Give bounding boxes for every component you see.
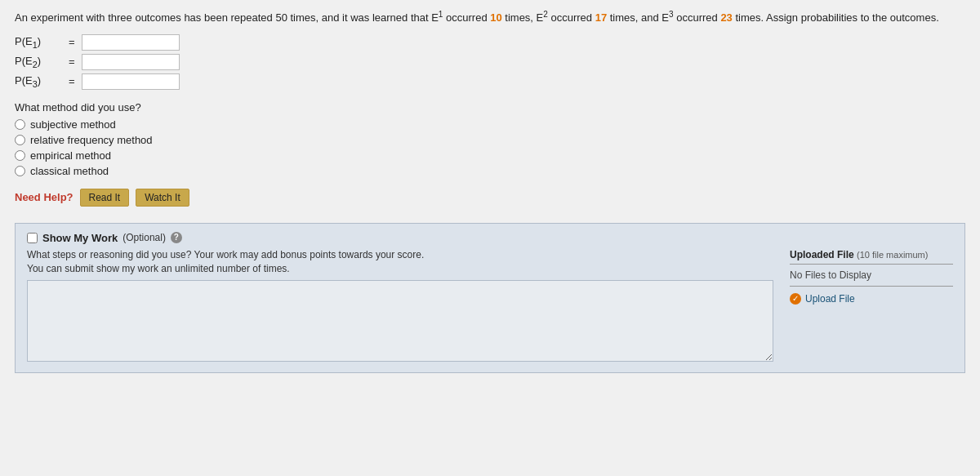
watch-it-button[interactable]: Watch It bbox=[136, 189, 189, 207]
probability-inputs: P(E1) = P(E2) = P(E3) = bbox=[15, 34, 965, 90]
question-part3: times, E bbox=[502, 11, 544, 24]
question-part1: An experiment with three outcomes has be… bbox=[15, 11, 439, 24]
show-work-checkbox[interactable] bbox=[27, 233, 38, 243]
page-wrapper: An experiment with three outcomes has be… bbox=[0, 0, 980, 476]
radio-empirical[interactable] bbox=[15, 150, 25, 161]
label-empirical[interactable]: empirical method bbox=[30, 149, 111, 162]
label-subjective[interactable]: subjective method bbox=[30, 118, 116, 131]
radio-option-relative-frequency[interactable]: relative frequency method bbox=[15, 134, 965, 146]
method-question: What method did you use? bbox=[15, 101, 965, 113]
radio-option-classical[interactable]: classical method bbox=[15, 165, 965, 177]
help-section: Need Help? Read It Watch It bbox=[15, 189, 965, 207]
file-max-label: (10 file maximum) bbox=[857, 250, 928, 260]
label-relative-frequency[interactable]: relative frequency method bbox=[30, 134, 153, 146]
question-part7: times. Assign probabilities to the outco… bbox=[733, 11, 939, 24]
show-work-section: Show My Work (Optional) ? What steps or … bbox=[15, 223, 965, 373]
show-work-title: Show My Work bbox=[42, 232, 118, 244]
question-part6: occurred bbox=[674, 11, 721, 24]
read-it-button[interactable]: Read It bbox=[80, 189, 130, 207]
prob-label-1: P(E1) bbox=[15, 35, 64, 50]
show-work-left: What steps or reasoning did you use? You… bbox=[27, 249, 773, 364]
show-work-desc-1: What steps or reasoning did you use? You… bbox=[27, 249, 773, 260]
need-help-label: Need Help? bbox=[15, 191, 74, 203]
prob-input-1[interactable] bbox=[82, 34, 180, 51]
question-part2: occurred bbox=[443, 11, 490, 24]
upload-file-link[interactable]: ✓ Upload File bbox=[790, 293, 953, 305]
show-work-optional: (Optional) bbox=[122, 232, 166, 243]
radio-subjective[interactable] bbox=[15, 119, 25, 130]
method-section: What method did you use? subjective meth… bbox=[15, 101, 965, 177]
upload-file-label: Upload File bbox=[805, 293, 855, 305]
highlight-10: 10 bbox=[490, 11, 501, 24]
question-text: An experiment with three outcomes has be… bbox=[15, 8, 965, 26]
show-work-desc-2: You can submit show my work an unlimited… bbox=[27, 263, 773, 274]
equals-2: = bbox=[69, 56, 75, 68]
uploaded-file-label: Uploaded File (10 file maximum) bbox=[790, 249, 953, 265]
label-classical[interactable]: classical method bbox=[30, 165, 109, 177]
upload-icon: ✓ bbox=[790, 293, 801, 305]
show-work-header: Show My Work (Optional) ? bbox=[27, 232, 953, 244]
radio-option-empirical[interactable]: empirical method bbox=[15, 149, 965, 162]
show-work-textarea[interactable] bbox=[27, 280, 773, 362]
show-work-right: Uploaded File (10 file maximum) No Files… bbox=[790, 249, 953, 364]
prob-row-1: P(E1) = bbox=[15, 34, 965, 51]
equals-1: = bbox=[69, 36, 75, 48]
radio-relative-frequency[interactable] bbox=[15, 135, 25, 145]
highlight-23: 23 bbox=[720, 11, 732, 24]
prob-row-3: P(E3) = bbox=[15, 73, 965, 90]
prob-input-3[interactable] bbox=[82, 73, 180, 90]
help-icon[interactable]: ? bbox=[171, 232, 182, 243]
equals-3: = bbox=[69, 75, 75, 87]
prob-input-2[interactable] bbox=[82, 54, 180, 70]
prob-row-2: P(E2) = bbox=[15, 54, 965, 70]
radio-classical[interactable] bbox=[15, 166, 25, 176]
radio-option-subjective[interactable]: subjective method bbox=[15, 118, 965, 131]
prob-label-2: P(E2) bbox=[15, 55, 64, 69]
show-work-content: What steps or reasoning did you use? You… bbox=[27, 249, 953, 364]
question-part4: occurred bbox=[548, 11, 595, 24]
prob-label-3: P(E3) bbox=[15, 74, 64, 89]
question-part5: times, and E bbox=[607, 11, 669, 24]
highlight-17: 17 bbox=[595, 11, 607, 24]
no-files-text: No Files to Display bbox=[790, 269, 953, 287]
